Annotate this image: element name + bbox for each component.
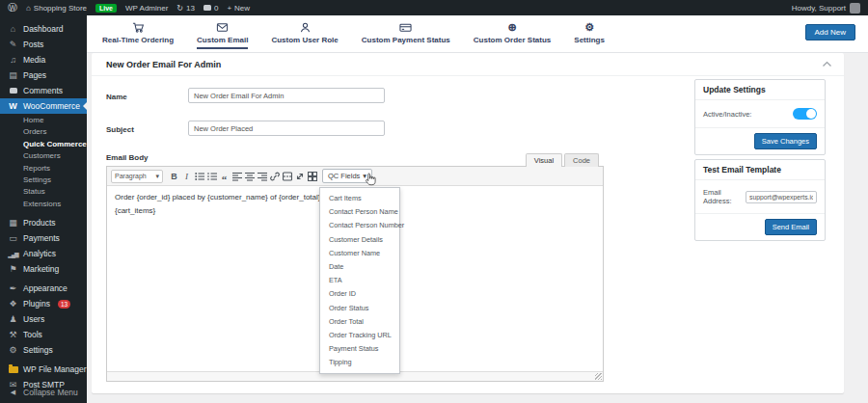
- tab-real-time-ordering[interactable]: Real-Time Ordering: [102, 21, 174, 47]
- sidebar-item-tools[interactable]: ⚒ Tools: [0, 327, 87, 342]
- caret-down-icon: ▾: [363, 172, 366, 180]
- numbered-list-button[interactable]: [205, 169, 218, 183]
- submenu-item-reports[interactable]: Reports: [0, 163, 87, 175]
- collapse-menu-button[interactable]: ◀ Collapse Menu: [0, 385, 87, 400]
- qc-field-option[interactable]: Order Total: [320, 315, 399, 329]
- update-count: 13: [186, 4, 195, 13]
- qc-field-option[interactable]: Contact Person Number: [320, 219, 399, 232]
- tab-custom-order-status[interactable]: ⊕ Custom Order Status: [474, 21, 551, 47]
- sidebar-item-comments[interactable]: Comments: [0, 83, 87, 98]
- sidebar-item-media[interactable]: ♫ Media: [0, 52, 87, 67]
- submenu-item-quick-commerce[interactable]: Quick Commerce: [0, 139, 87, 150]
- active-menu-notch: [83, 102, 87, 110]
- active-inactive-toggle[interactable]: [793, 108, 817, 120]
- submenu-item-settings[interactable]: Settings: [0, 175, 87, 186]
- comments-icon: [8, 88, 18, 94]
- name-input[interactable]: [188, 88, 385, 103]
- send-email-button[interactable]: Send Email: [765, 219, 817, 235]
- account-menu[interactable]: Howdy, Support: [792, 3, 860, 13]
- save-changes-button[interactable]: Save Changes: [754, 133, 817, 149]
- tab-custom-email[interactable]: Custom Email: [197, 21, 248, 49]
- tab-label: Settings: [574, 36, 605, 44]
- sidebar-item-pages[interactable]: ▤ Pages: [0, 67, 87, 83]
- qc-field-option[interactable]: Cart Items: [320, 192, 399, 205]
- sidebar-item-plugins[interactable]: ❖ Plugins 13: [0, 296, 87, 311]
- sidebar-item-label: WP File Manager: [23, 364, 87, 374]
- tab-label: Custom User Role: [271, 36, 338, 44]
- sidebar-item-settings[interactable]: ⚙ Settings: [0, 342, 87, 358]
- italic-button[interactable]: I: [180, 169, 193, 183]
- tab-custom-user-role[interactable]: Custom User Role: [271, 21, 338, 47]
- sidebar-item-analytics[interactable]: ▂▄▆ Analytics: [0, 246, 87, 261]
- bulleted-list-button[interactable]: [193, 169, 205, 183]
- sidebar-item-label: Tools: [23, 330, 42, 339]
- sidebar-item-payments[interactable]: ▭ Payments: [0, 230, 87, 246]
- folder-icon: [8, 366, 18, 373]
- qc-field-option[interactable]: Customer Details: [320, 233, 399, 247]
- sidebar-item-dashboard[interactable]: ⌂ Dashboard: [0, 21, 87, 37]
- test-email-panel: Test Email Template Email Address: Send …: [694, 159, 826, 241]
- add-new-button[interactable]: Add New: [805, 24, 855, 40]
- insert-link-button[interactable]: [268, 169, 281, 183]
- site-name: Shopping Store: [34, 4, 87, 13]
- qc-field-option[interactable]: Tipping: [320, 356, 399, 369]
- avatar: [850, 3, 860, 13]
- comments-indicator[interactable]: 0: [203, 4, 218, 13]
- blockquote-button[interactable]: “: [218, 169, 231, 183]
- posts-icon: ✎: [8, 40, 18, 49]
- wordpress-logo-icon[interactable]: Ⓦ: [8, 1, 17, 14]
- qc-field-option[interactable]: ETA: [320, 274, 399, 287]
- settings-icon: ⚙: [8, 345, 18, 355]
- align-center-button[interactable]: [243, 169, 256, 183]
- bold-button[interactable]: B: [168, 169, 180, 183]
- sidebar-item-label: Comments: [23, 86, 63, 95]
- submenu-item-status[interactable]: Status: [0, 186, 87, 198]
- toolbar-toggle-button[interactable]: [306, 169, 318, 183]
- sidebar-item-products[interactable]: ▦ Products: [0, 215, 87, 230]
- submenu-item-extensions[interactable]: Extensions: [0, 199, 87, 210]
- visual-tab[interactable]: Visual: [526, 153, 562, 167]
- email-address-input[interactable]: [746, 191, 817, 203]
- wp-adminer-menu[interactable]: WP Adminer: [125, 4, 168, 13]
- sidebar-item-wp-file-manager[interactable]: WP File Manager: [0, 362, 87, 377]
- sidebar-item-users[interactable]: ♟ Users: [0, 311, 87, 327]
- paragraph-select[interactable]: Paragraph ▾: [111, 170, 163, 183]
- qc-field-option[interactable]: Payment Status: [320, 342, 399, 356]
- submenu-item-home[interactable]: Home: [0, 115, 87, 126]
- users-icon: ♟: [8, 314, 18, 324]
- qc-field-option[interactable]: Order Status: [320, 302, 399, 315]
- live-badge: Live: [95, 4, 117, 13]
- sidebar-item-woocommerce[interactable]: W WooCommerce: [0, 98, 87, 114]
- qc-fields-dropdown-button[interactable]: QC Fields ▾: [322, 169, 372, 183]
- resize-grip[interactable]: [595, 373, 602, 380]
- sidebar-item-appearance[interactable]: ✒ Appearance: [0, 281, 87, 296]
- fullscreen-button[interactable]: [293, 169, 306, 183]
- code-tab[interactable]: Code: [564, 153, 599, 167]
- chevron-up-icon[interactable]: [822, 61, 832, 67]
- qc-field-option[interactable]: Order Tracking URL: [320, 329, 399, 342]
- submenu-item-customers[interactable]: Customers: [0, 150, 87, 162]
- credit-card-icon: [399, 21, 412, 34]
- submenu-item-orders[interactable]: Orders: [0, 126, 87, 138]
- qc-field-option[interactable]: Contact Person Name: [320, 205, 399, 219]
- tab-label: Custom Order Status: [474, 36, 551, 44]
- align-right-button[interactable]: [256, 169, 268, 183]
- new-menu[interactable]: + New: [227, 4, 250, 13]
- tab-custom-payment-status[interactable]: Custom Payment Status: [362, 21, 450, 47]
- sidebar-item-posts[interactable]: ✎ Posts: [0, 37, 87, 52]
- tools-icon: ⚒: [8, 330, 18, 339]
- read-more-tag-button[interactable]: [281, 169, 293, 183]
- site-menu[interactable]: ⌂ Shopping Store: [26, 4, 87, 13]
- sidebar-item-marketing[interactable]: ⚑ Marketing: [0, 261, 87, 277]
- dashboard-icon: ⌂: [8, 24, 18, 34]
- subject-input[interactable]: [188, 121, 385, 136]
- sidebar-item-label: Users: [23, 314, 44, 324]
- qc-field-option[interactable]: Customer Name: [320, 247, 399, 260]
- sidebar-item-label: Plugins: [23, 299, 50, 309]
- marketing-icon: ⚑: [8, 264, 18, 274]
- qc-field-option[interactable]: Date: [320, 260, 399, 274]
- align-left-button[interactable]: [231, 169, 243, 183]
- tab-settings[interactable]: ⚙ Settings: [574, 21, 605, 47]
- qc-field-option[interactable]: Order ID: [320, 287, 399, 301]
- updates-indicator[interactable]: ↻ 13: [176, 4, 195, 13]
